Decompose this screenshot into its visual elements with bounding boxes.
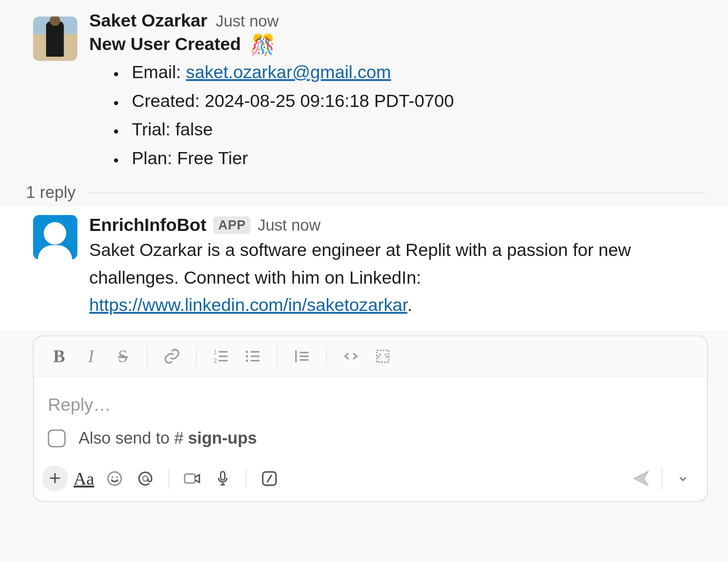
composer-actions-toolbar: + Aa bbox=[34, 460, 707, 501]
mention-button[interactable] bbox=[130, 464, 160, 493]
svg-rect-12 bbox=[221, 472, 225, 480]
inline-code-button[interactable] bbox=[336, 342, 366, 370]
app-badge: APP bbox=[213, 217, 251, 234]
also-send-label[interactable]: Also send to # sign-ups bbox=[78, 429, 257, 448]
list-item-email: Email: saket.ozarkar@gmail.com bbox=[126, 58, 716, 87]
shortcuts-button[interactable] bbox=[254, 464, 284, 493]
slash-box-icon bbox=[260, 469, 278, 487]
plan-label: Plan: bbox=[132, 148, 177, 168]
video-icon bbox=[182, 469, 202, 487]
bold-button[interactable]: B bbox=[44, 342, 74, 370]
thread-reply: EnrichInfoBot APP Just now Saket Ozarkar… bbox=[0, 207, 728, 331]
list-item-created: Created: 2024-08-25 09:16:18 PDT-0700 bbox=[126, 86, 716, 115]
toolbar-separator bbox=[246, 468, 246, 488]
emoji-icon bbox=[106, 469, 124, 487]
microphone-icon bbox=[215, 469, 231, 487]
svg-point-7 bbox=[246, 355, 248, 357]
bullet-list-icon bbox=[244, 347, 262, 365]
toolbar-separator bbox=[662, 467, 662, 490]
author-avatar[interactable] bbox=[33, 17, 77, 61]
reply-text-suffix: . bbox=[407, 295, 412, 314]
reply-body: Saket Ozarkar is a software engineer at … bbox=[89, 237, 708, 319]
reply-timestamp[interactable]: Just now bbox=[257, 216, 320, 234]
list-item-plan: Plan: Free Tier bbox=[126, 144, 716, 173]
original-message: Saket Ozarkar Just now New User Created … bbox=[0, 0, 728, 179]
author-name[interactable]: Saket Ozarkar bbox=[89, 11, 207, 31]
reply-text-prefix: Saket Ozarkar is a software engineer at … bbox=[89, 240, 631, 287]
message-timestamp[interactable]: Just now bbox=[216, 13, 279, 31]
linkedin-link[interactable]: https://www.linkedin.com/in/saketozarkar bbox=[89, 295, 407, 314]
ordered-list-button[interactable]: 12 bbox=[206, 342, 236, 370]
code-block-button[interactable] bbox=[368, 342, 398, 370]
send-icon bbox=[632, 469, 651, 488]
email-label: Email: bbox=[132, 62, 186, 82]
list-item-trial: Trial: false bbox=[126, 115, 716, 144]
italic-button[interactable]: I bbox=[76, 342, 106, 370]
formatting-toggle-button[interactable]: Aa bbox=[69, 464, 99, 493]
reply-divider: 1 reply bbox=[0, 179, 728, 207]
created-label: Created: bbox=[132, 91, 204, 110]
toolbar-separator bbox=[277, 346, 278, 366]
plan-value: Free Tier bbox=[177, 148, 248, 168]
reply-input[interactable]: Reply… bbox=[34, 377, 707, 427]
code-icon bbox=[342, 347, 360, 365]
reply-composer: B I S 12 Repl bbox=[33, 336, 708, 502]
svg-point-9 bbox=[108, 472, 121, 485]
svg-rect-11 bbox=[185, 474, 195, 483]
toolbar-separator bbox=[326, 346, 327, 366]
bot-avatar[interactable] bbox=[33, 215, 77, 260]
toolbar-separator bbox=[196, 346, 197, 366]
svg-point-10 bbox=[143, 476, 148, 481]
emoji-picker-button[interactable] bbox=[100, 464, 129, 493]
record-video-button[interactable] bbox=[177, 464, 207, 493]
svg-text:2: 2 bbox=[213, 358, 217, 364]
message-details-list: Email: saket.ozarkar@gmail.com Created: … bbox=[89, 58, 716, 173]
svg-point-6 bbox=[246, 351, 248, 353]
blockquote-button[interactable] bbox=[287, 342, 317, 370]
created-value: 2024-08-25 09:16:18 PDT-0700 bbox=[205, 91, 454, 110]
attach-button[interactable]: + bbox=[42, 466, 68, 492]
trial-value: false bbox=[176, 119, 213, 139]
strikethrough-button[interactable]: S bbox=[108, 342, 138, 370]
trial-label: Trial: bbox=[132, 119, 175, 139]
ordered-list-icon: 12 bbox=[212, 347, 230, 365]
send-button[interactable] bbox=[626, 464, 656, 493]
also-send-checkbox[interactable] bbox=[48, 429, 66, 447]
email-link[interactable]: saket.ozarkar@gmail.com bbox=[186, 62, 391, 82]
reply-count: 1 reply bbox=[26, 184, 76, 203]
toolbar-separator bbox=[168, 468, 169, 488]
link-button[interactable] bbox=[157, 342, 187, 370]
toolbar-separator bbox=[147, 346, 148, 366]
bot-name[interactable]: EnrichInfoBot bbox=[89, 215, 206, 235]
svg-point-8 bbox=[246, 359, 248, 362]
record-audio-button[interactable] bbox=[208, 464, 237, 493]
message-title: New User Created bbox=[89, 34, 241, 54]
chevron-down-icon bbox=[676, 471, 690, 485]
plus-icon: + bbox=[49, 467, 61, 490]
blockquote-icon bbox=[293, 347, 311, 365]
formatting-toolbar: B I S 12 bbox=[34, 336, 707, 377]
at-sign-icon bbox=[136, 469, 154, 487]
svg-text:1: 1 bbox=[213, 349, 217, 355]
bullet-list-button[interactable] bbox=[238, 342, 268, 370]
link-icon bbox=[163, 347, 181, 365]
send-options-button[interactable] bbox=[668, 464, 698, 493]
code-block-icon bbox=[374, 347, 392, 365]
confetti-emoji-icon: 🎊 bbox=[250, 34, 275, 54]
divider-line bbox=[88, 193, 707, 193]
